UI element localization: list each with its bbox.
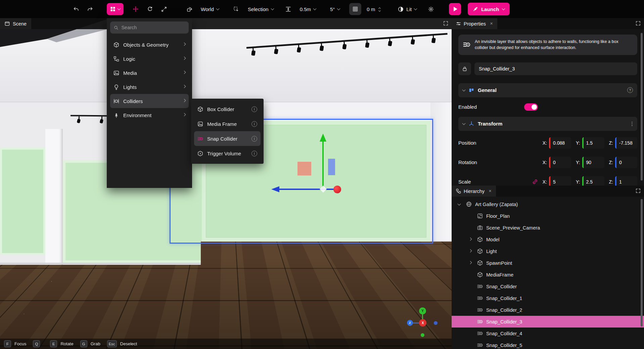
orientation-y-handle[interactable]: Y bbox=[419, 307, 426, 314]
link-scale-icon[interactable] bbox=[532, 179, 538, 185]
chevron-right-icon[interactable] bbox=[469, 261, 472, 264]
scale-y-field[interactable]: 2.5 bbox=[582, 176, 604, 186]
gizmo-plane-handle-salmon[interactable] bbox=[297, 162, 311, 176]
stepper-chevrons[interactable] bbox=[379, 7, 380, 11]
render-mode-dropdown[interactable]: Lit bbox=[395, 3, 420, 15]
menu-item-logic[interactable]: Logic bbox=[110, 52, 189, 66]
info-icon[interactable] bbox=[251, 136, 257, 142]
viewport-3d-scene[interactable]: Y Z X Scene FFocus Q ERotate GGrab EscDe… bbox=[0, 18, 452, 349]
info-icon[interactable] bbox=[251, 121, 257, 127]
help-icon[interactable] bbox=[627, 87, 633, 93]
tree-item-snap-collider-1[interactable]: Snap_Collider_1 bbox=[452, 292, 644, 304]
tree-item-scene-preview-camera[interactable]: Scene_Preview_Camera bbox=[452, 222, 644, 234]
tree-item-snap-collider-3-selected[interactable]: Snap_Collider_3 bbox=[452, 316, 644, 328]
selection-dropdown[interactable]: Selection bbox=[244, 3, 277, 15]
lock-button[interactable] bbox=[458, 62, 471, 75]
grid-height-stepper[interactable]: 0 m bbox=[363, 3, 384, 15]
settings-button[interactable] bbox=[425, 3, 437, 15]
search-box[interactable] bbox=[110, 21, 189, 34]
expand-viewport-button[interactable] bbox=[443, 21, 448, 26]
rotation-z-field[interactable]: 0 bbox=[615, 157, 637, 168]
move-snap-dropdown[interactable]: 0.5m bbox=[296, 3, 319, 15]
menu-item-lights[interactable]: Lights bbox=[110, 80, 189, 94]
submenu-item-box-collider[interactable]: Box Collider bbox=[194, 102, 261, 116]
launch-button[interactable]: Launch bbox=[468, 3, 509, 15]
chevron-right-icon[interactable] bbox=[469, 237, 472, 241]
menu-item-colliders[interactable]: Colliders bbox=[110, 94, 189, 108]
colliders-submenu: Box Collider Media Frame Snap Collider T… bbox=[191, 99, 264, 164]
tree-item-snap-collider-5[interactable]: Snap_Collider_5 bbox=[452, 339, 644, 349]
gizmo-x-axis-ball[interactable] bbox=[333, 186, 341, 193]
hierarchy-scrollbar[interactable] bbox=[641, 199, 643, 327]
tree-item-spawnpoint[interactable]: SpawnPoint bbox=[452, 257, 644, 269]
submenu-item-snap-collider[interactable]: Snap Collider bbox=[194, 131, 261, 146]
properties-scrollbar[interactable] bbox=[641, 33, 643, 181]
tree-item-root[interactable]: Art Gallery (Zapata) bbox=[452, 198, 644, 210]
tree-item-light[interactable]: Light bbox=[452, 245, 644, 257]
tree-item-model[interactable]: Model bbox=[452, 234, 644, 245]
info-icon[interactable] bbox=[251, 151, 257, 156]
orientation-x-handle[interactable]: X bbox=[419, 319, 426, 327]
position-z-field[interactable]: -7.158 bbox=[615, 137, 637, 149]
menu-item-environment[interactable]: Environment bbox=[110, 108, 189, 122]
object-name-field[interactable]: Snap_Collider_3 bbox=[474, 62, 637, 75]
enabled-toggle[interactable] bbox=[524, 103, 538, 111]
move-tool-button[interactable] bbox=[130, 3, 142, 15]
snap-collider-icon bbox=[477, 284, 483, 289]
transform-section-header[interactable]: Transform bbox=[458, 117, 637, 131]
cube-icon bbox=[477, 260, 483, 266]
world-space-dropdown[interactable]: World bbox=[197, 3, 222, 15]
expand-properties-button[interactable] bbox=[636, 21, 641, 26]
scale-tool-button[interactable] bbox=[158, 3, 170, 15]
tab-properties[interactable]: Properties bbox=[452, 18, 497, 29]
tab-scene[interactable]: Scene bbox=[0, 18, 31, 29]
close-hierarchy-icon[interactable] bbox=[489, 189, 492, 193]
submenu-item-trigger-volume[interactable]: Trigger Volume bbox=[194, 146, 261, 161]
redo-button[interactable] bbox=[84, 3, 96, 15]
chevron-right-icon[interactable] bbox=[469, 249, 472, 252]
orientation-z-handle[interactable]: Z bbox=[407, 320, 413, 326]
undo-button[interactable] bbox=[70, 3, 82, 15]
scale-x-field[interactable]: 5 bbox=[549, 176, 571, 186]
transform-space-button[interactable] bbox=[183, 3, 195, 15]
play-button[interactable] bbox=[449, 3, 461, 15]
scale-z-field[interactable]: 1 bbox=[615, 176, 637, 186]
submenu-item-media-frame[interactable]: Media Frame bbox=[194, 116, 261, 131]
transform-menu-icon[interactable] bbox=[630, 121, 633, 127]
lock-icon bbox=[462, 66, 467, 71]
transform-icon bbox=[469, 121, 474, 127]
position-x-field[interactable]: 0.088 bbox=[549, 137, 571, 149]
chevron-down-icon[interactable] bbox=[458, 202, 461, 205]
surface-snap-button[interactable] bbox=[282, 3, 294, 15]
rotate-tool-button[interactable] bbox=[144, 3, 156, 15]
rotation-y-field[interactable]: 90 bbox=[582, 157, 604, 168]
add-object-button[interactable] bbox=[107, 3, 124, 15]
rotate-snap-dropdown[interactable]: 5° bbox=[327, 3, 343, 15]
menu-item-objects-geometry[interactable]: Objects & Geometry bbox=[110, 38, 189, 52]
menu-item-media[interactable]: Media bbox=[110, 66, 189, 80]
tree-item-snap-collider[interactable]: Snap_Collider bbox=[452, 281, 644, 292]
orientation-gizmo[interactable]: Y Z X bbox=[400, 306, 445, 344]
tree-item-mediaframe[interactable]: MediaFrame bbox=[452, 269, 644, 281]
info-icon[interactable] bbox=[251, 106, 257, 112]
tree-item-floor-plan[interactable]: Floor_Plan bbox=[452, 210, 644, 222]
orientation-neg-z-handle[interactable] bbox=[434, 321, 438, 325]
gizmo-z-axis-arrowhead[interactable] bbox=[271, 186, 279, 192]
selection-mode-button[interactable] bbox=[230, 3, 242, 15]
tree-item-snap-collider-2[interactable]: Snap_Collider_2 bbox=[452, 304, 644, 316]
spotlight bbox=[343, 42, 345, 45]
tab-hierarchy[interactable]: Hierarchy bbox=[452, 186, 496, 197]
rotation-x-field[interactable]: 0 bbox=[549, 157, 571, 168]
gizmo-z-axis-arrow[interactable] bbox=[279, 189, 339, 190]
gizmo-y-axis-arrow[interactable] bbox=[322, 142, 324, 188]
tree-item-snap-collider-4[interactable]: Snap_Collider_4 bbox=[452, 328, 644, 339]
close-properties-icon[interactable] bbox=[490, 21, 493, 26]
grid-snap-toggle[interactable] bbox=[349, 3, 361, 15]
expand-hierarchy-button[interactable] bbox=[636, 188, 641, 193]
orientation-neg-y-handle[interactable] bbox=[421, 333, 424, 337]
general-section-header[interactable]: General bbox=[458, 83, 637, 97]
position-y-field[interactable]: 1.5 bbox=[582, 137, 604, 149]
gizmo-plane-handle-blue[interactable] bbox=[328, 159, 335, 175]
search-input[interactable] bbox=[121, 25, 185, 30]
gizmo-y-axis-arrowhead[interactable] bbox=[320, 134, 326, 142]
